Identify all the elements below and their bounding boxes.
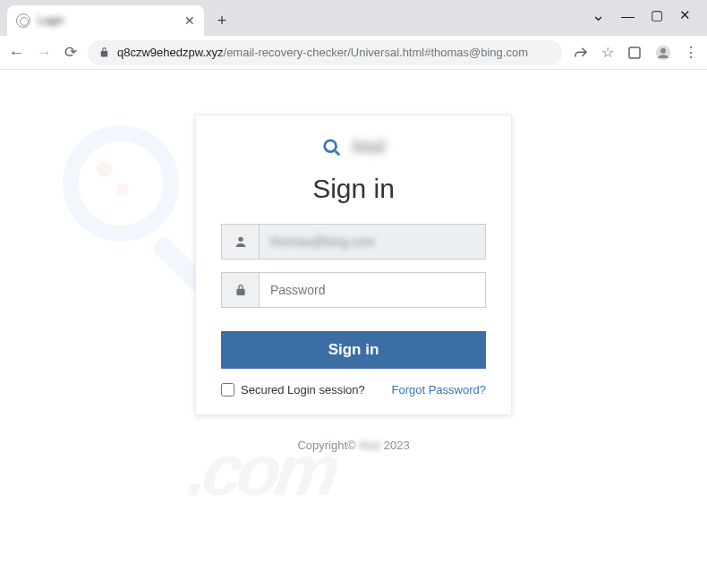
secured-login-checkbox[interactable]: [221, 383, 234, 396]
secured-login-checkbox-label[interactable]: Secured Login session?: [221, 383, 365, 396]
chevron-down-icon[interactable]: ⌄: [592, 5, 605, 25]
window-controls: ⌄ — ▢ ✕: [575, 0, 707, 30]
forward-icon[interactable]: →: [37, 44, 52, 62]
signin-heading: Sign in: [221, 174, 486, 204]
menu-icon[interactable]: ⋮: [684, 44, 698, 61]
share-icon[interactable]: [573, 45, 589, 61]
email-field-wrapper: [221, 224, 486, 260]
password-field-wrapper: [221, 272, 486, 308]
user-icon: [222, 225, 260, 259]
checkbox-text: Secured Login session?: [241, 383, 365, 396]
signin-button[interactable]: Sign in: [221, 331, 486, 369]
url-domain: q8czw9ehedzpw.xyz: [117, 46, 224, 59]
browser-tab-bar: Login ✕ + ⌄ — ▢ ✕: [0, 0, 707, 36]
profile-icon[interactable]: [655, 45, 671, 61]
address-bar: ← → ⟳ q8czw9ehedzpw.xyz/email-recovery-c…: [0, 36, 707, 70]
maximize-icon[interactable]: ▢: [651, 7, 663, 23]
close-icon[interactable]: ✕: [184, 13, 195, 28]
svg-point-3: [324, 140, 336, 151]
extension-icon[interactable]: [626, 45, 643, 61]
email-field[interactable]: [260, 225, 485, 259]
svg-rect-0: [629, 47, 640, 58]
url-input[interactable]: q8czw9ehedzpw.xyz/email-recovery-checker…: [88, 40, 562, 65]
minimize-icon[interactable]: —: [621, 8, 635, 23]
login-card: Mail Sign in Sign in Secured Login sessi…: [195, 115, 512, 415]
tab-title: Login: [38, 14, 177, 27]
bookmark-icon[interactable]: ☆: [601, 44, 614, 61]
svg-point-5: [238, 237, 243, 242]
search-icon: [322, 138, 342, 158]
svg-point-2: [660, 47, 666, 53]
lock-icon: [98, 47, 110, 58]
brand-row: Mail: [221, 137, 486, 158]
new-tab-button[interactable]: +: [209, 8, 234, 33]
brand-name: Mail: [353, 137, 386, 158]
svg-line-4: [335, 150, 339, 155]
copyright-text: Copyright© Mail 2023: [297, 439, 409, 452]
browser-tab[interactable]: Login ✕: [7, 5, 204, 36]
close-window-icon[interactable]: ✕: [679, 7, 691, 23]
lock-icon: [222, 273, 260, 307]
url-path: /email-recovery-checker/Universal.html#t…: [224, 46, 528, 59]
password-field[interactable]: [260, 273, 485, 307]
reload-icon[interactable]: ⟳: [64, 43, 77, 62]
back-icon[interactable]: ←: [9, 44, 24, 62]
globe-icon: [16, 13, 30, 28]
forgot-password-link[interactable]: Forgot Password?: [392, 383, 487, 396]
